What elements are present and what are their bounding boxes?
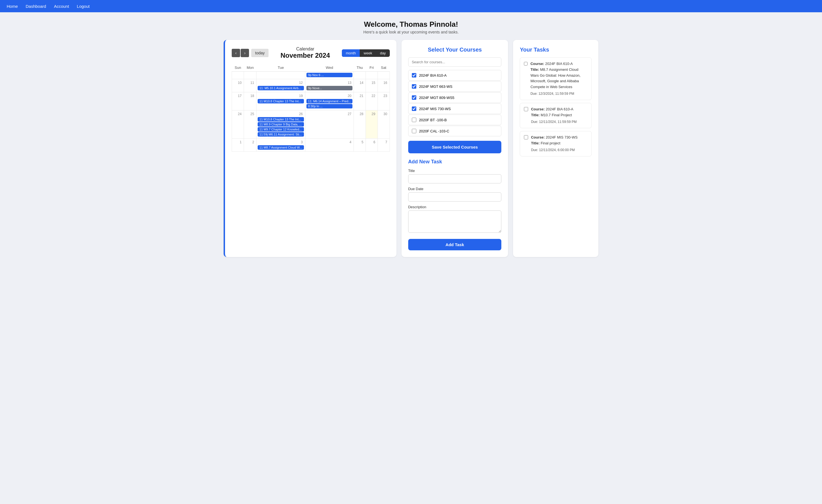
course-item[interactable]: 2024F MGT 809-WS5 (408, 92, 502, 103)
course-item[interactable]: 2020F BT -100-B (408, 114, 502, 125)
day-number: 27 (307, 111, 352, 117)
nav-logout[interactable]: Logout (77, 4, 90, 9)
col-tue: Tue (257, 64, 305, 72)
page-header: Welcome, Thomas Pinnola! Here's a quick … (0, 12, 822, 40)
col-fri: Fri (366, 64, 378, 72)
course-checkbox[interactable] (412, 84, 416, 89)
course-item[interactable]: 2024F BIA 610-A (408, 70, 502, 81)
calendar-label: Calendar (269, 47, 342, 52)
add-task-title: Add New Task (408, 159, 502, 165)
calendar-cell: 29 (366, 110, 378, 138)
calendar-event[interactable]: 9p Nove... (307, 86, 352, 90)
day-number: 14 (355, 80, 364, 86)
nav-account[interactable]: Account (54, 4, 69, 9)
calendar-cell: 15 (366, 79, 378, 92)
task-checkbox[interactable] (524, 135, 528, 139)
add-task-button[interactable]: Add Task (408, 239, 502, 250)
calendar-event[interactable]: 11: M5.10.1 Assignment Airb... (258, 86, 304, 90)
calendar-cell: 1 (232, 138, 244, 152)
task-desc-input[interactable] (408, 210, 502, 233)
calendar-event[interactable]: 11:59j M6.11 Assignment: Sti... (258, 132, 304, 137)
course-checkbox[interactable] (412, 73, 416, 77)
calendar-event[interactable]: 9p Nov 6 ... (307, 73, 352, 77)
day-number: 13 (307, 80, 352, 86)
course-label: 2020F BT -100-B (419, 118, 447, 122)
day-number: 4 (307, 140, 352, 145)
view-month-button[interactable]: month (342, 49, 360, 57)
calendar-month-year: November 2024 (269, 52, 342, 59)
task-info: Course: 2024F BIA 610-ATitle: M8.7 Assig… (530, 61, 587, 96)
day-number: 18 (245, 93, 255, 99)
course-label: 2020F CAL -103-C (419, 129, 449, 133)
course-checkbox[interactable] (412, 106, 416, 111)
task-desc-group: Description (408, 205, 502, 234)
course-label: 2024F MGT 809-WS5 (419, 96, 454, 100)
day-number: 3 (258, 140, 304, 145)
calendar-cell: 25 (244, 110, 257, 138)
course-label: 2024F MGT 663-WS (419, 84, 453, 89)
calendar-cell: 139p Nove... (305, 79, 354, 92)
course-search-input[interactable] (408, 57, 502, 67)
calendar-event[interactable]: 11 M10.8 Chapter 13 The Int... (258, 99, 304, 103)
calendar-event[interactable]: 11 M9.7 Chapter 12 Knowled... (258, 127, 304, 131)
calendar-cell: 2 (244, 138, 257, 152)
task-checkbox[interactable] (524, 107, 528, 111)
nav-dashboard[interactable]: Dashboard (26, 4, 46, 9)
course-item[interactable]: 2024F MIS 730-WS (408, 103, 502, 114)
day-number: 21 (355, 93, 364, 99)
calendar-cell: 5 (354, 138, 366, 152)
col-sun: Sun (232, 64, 244, 72)
task-due-input[interactable]: 11/29/2024, 12:30 PM (408, 192, 502, 201)
calendar-cell: 14 (354, 79, 366, 92)
calendar-event[interactable]: 11 M8.9 Chapter 9 Big Data, ... (258, 122, 304, 126)
col-sat: Sat (378, 64, 390, 72)
task-title-group: Title (408, 169, 502, 183)
save-courses-button[interactable]: Save Selected Courses (408, 141, 502, 153)
today-button[interactable]: today (251, 49, 269, 57)
view-day-button[interactable]: day (376, 49, 390, 57)
calendar-cell: 11 (244, 79, 257, 92)
calendar-card: ‹ › today Calendar November 2024 month w… (224, 40, 397, 257)
calendar-cell: 9p Nov 6 ... (305, 72, 354, 79)
day-number: 22 (367, 93, 376, 99)
calendar-cell (257, 72, 305, 79)
task-list: Course: 2024F BIA 610-ATitle: M8.7 Assig… (520, 57, 592, 156)
navbar: Home Dashboard Account Logout (0, 0, 822, 12)
prev-month-button[interactable]: ‹ (232, 49, 240, 57)
next-month-button[interactable]: › (241, 49, 249, 57)
nav-home[interactable]: Home (7, 4, 18, 9)
courses-section: Select Your Courses 2024F BIA 610-A2024F… (402, 40, 508, 257)
course-label: 2024F BIA 610-A (419, 73, 447, 77)
task-checkbox[interactable] (524, 62, 527, 66)
col-wed: Wed (305, 64, 354, 72)
view-week-button[interactable]: week (360, 49, 376, 57)
course-item[interactable]: 2020F CAL -103-C (408, 126, 502, 136)
day-number: 25 (245, 111, 255, 117)
calendar-cell: 4 (305, 138, 354, 152)
task-item: Course: 2024F BIA 610-ATitle: M8.7 Assig… (520, 57, 592, 100)
day-number: 19 (258, 93, 304, 99)
task-due-label: Due Date (408, 187, 502, 191)
day-number: 12 (258, 80, 304, 86)
calendar-event[interactable]: 11: M6.14 Assignment – Pred... (307, 99, 352, 103)
calendar-cell: 24 (232, 110, 244, 138)
course-checkbox[interactable] (412, 95, 416, 100)
calendar-cell: 1211: M5.10.1 Assignment Airb... (257, 79, 305, 92)
calendar-cell: 10 (232, 79, 244, 92)
calendar-cell: 27 (305, 110, 354, 138)
calendar-cell: 16 (378, 79, 390, 92)
course-item[interactable]: 2024F MGT 663-WS (408, 81, 502, 92)
task-title-input[interactable] (408, 174, 502, 183)
tasks-card: Your Tasks Course: 2024F BIA 610-ATitle:… (513, 40, 598, 257)
calendar-event[interactable]: 8:30p In ... (307, 104, 352, 108)
calendar-cell: 1911 M10.8 Chapter 13 The Int... (257, 92, 305, 110)
calendar-cell: 6 (366, 138, 378, 152)
day-number: 15 (367, 80, 376, 86)
course-checkbox[interactable] (412, 118, 416, 122)
main-content: ‹ › today Calendar November 2024 month w… (216, 40, 606, 268)
calendar-event[interactable]: 11 M10.8 Chapter 13 The Int... (258, 117, 304, 121)
task-item: Course: 2024F BIA 610-ATitle: M10.7 Fina… (520, 103, 592, 128)
course-checkbox[interactable] (412, 129, 416, 133)
calendar-event[interactable]: 11 M8.7 Assignment Cloud W... (258, 145, 304, 150)
calendar-cell: 23 (378, 92, 390, 110)
